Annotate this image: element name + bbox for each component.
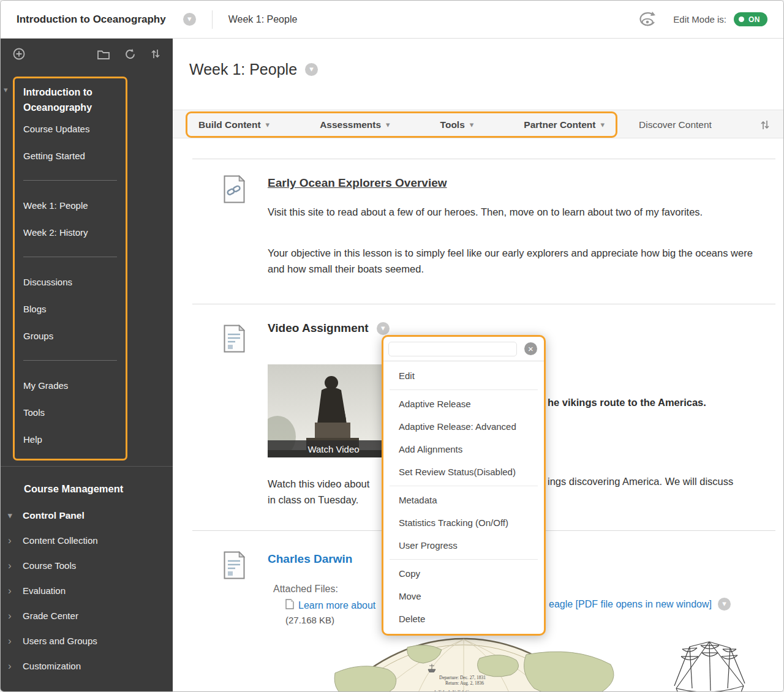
context-menu-header: × xyxy=(383,337,544,361)
breadcrumb: Week 1: People xyxy=(228,14,298,25)
menu-separator xyxy=(390,559,538,560)
caret-down-icon: ▾ xyxy=(600,120,605,129)
refresh-icon[interactable] xyxy=(124,48,136,60)
course-menu-chevron-icon[interactable]: ▾ xyxy=(183,13,196,26)
sidebar-section-divider xyxy=(1,466,173,467)
item-title[interactable]: Video Assignment xyxy=(268,322,369,335)
sidebar-toolbar xyxy=(1,39,173,60)
course-title: Introduction to Oceanography xyxy=(17,13,166,26)
page-title-chevron-icon[interactable]: ▾ xyxy=(305,63,318,76)
topbar-divider xyxy=(212,10,213,29)
content-item-early-ocean-explorers: Early Ocean Explorers Overview Visit thi… xyxy=(192,159,775,304)
caret-down-icon: ▾ xyxy=(470,120,474,129)
map-label-departure: Departure: Dec. 27, 1831 xyxy=(439,675,486,680)
edit-mode-toggle[interactable]: ON xyxy=(734,12,767,26)
action-bar: Build Content ▾ Assessments ▾ Tools ▾ Pa… xyxy=(173,110,783,138)
map-label-ocean: ATLANTIC xyxy=(432,689,470,691)
context-menu-list: Edit Adaptive Release Adaptive Release: … xyxy=(383,361,544,630)
menu-item-edit[interactable]: Edit xyxy=(383,364,544,387)
file-options-chevron-icon[interactable]: ▾ xyxy=(718,598,731,611)
sidebar-item-course-tools[interactable]: › Course Tools xyxy=(1,553,173,578)
caret-down-icon: ▾ xyxy=(266,120,270,129)
blackboard-app-window: Introduction to Oceanography ▾ Week 1: P… xyxy=(0,0,784,692)
chevron-right-icon: › xyxy=(8,585,23,596)
assessments-button[interactable]: Assessments ▾ xyxy=(320,119,390,130)
menu-item-user-progress[interactable]: User Progress xyxy=(383,534,544,557)
item-options-chevron-icon[interactable]: ▾ xyxy=(377,322,390,335)
menu-item-delete[interactable]: Delete xyxy=(383,607,544,630)
chevron-down-icon: ▾ xyxy=(8,511,23,520)
action-bar-highlight: Build Content ▾ Assessments ▾ Tools ▾ Pa… xyxy=(186,111,617,138)
sidebar-item-content-collection[interactable]: › Content Collection xyxy=(1,528,173,553)
sidebar: ▾ Introduction to Oceanography Course Up… xyxy=(1,39,173,691)
menu-item-adaptive-release[interactable]: Adaptive Release xyxy=(383,393,544,415)
sidebar-item-week-2-history[interactable]: Week 2: History xyxy=(23,219,117,246)
attached-files-label: Attached Files: xyxy=(273,584,338,595)
sidebar-item-getting-started[interactable]: Getting Started xyxy=(23,142,117,169)
item-description-fragment: ings discovering America. We will discus… xyxy=(548,476,733,487)
build-content-button[interactable]: Build Content ▾ xyxy=(198,119,270,130)
chevron-right-icon: › xyxy=(8,636,23,646)
sidebar-item-course-updates[interactable]: Course Updates xyxy=(23,115,117,142)
edit-mode-label: Edit Mode is: xyxy=(673,14,726,24)
item-context-menu: × Edit Adaptive Release Adaptive Release… xyxy=(382,335,546,636)
folder-view-icon[interactable] xyxy=(97,49,110,59)
file-icon xyxy=(285,599,294,612)
sidebar-item-tools[interactable]: Tools xyxy=(23,399,117,426)
reorder-icon[interactable] xyxy=(151,48,160,59)
sidebar-item-blogs[interactable]: Blogs xyxy=(23,295,117,322)
toggle-dot xyxy=(739,17,744,22)
item-title-link[interactable]: Early Ocean Explorers Overview xyxy=(268,176,447,190)
menu-item-metadata[interactable]: Metadata xyxy=(383,489,544,511)
menu-separator xyxy=(390,389,538,390)
menu-separator xyxy=(390,486,538,486)
map-label-return: Return: Aug. 2, 1836 xyxy=(445,680,484,686)
menu-item-move[interactable]: Move xyxy=(383,585,544,607)
sidebar-item-grade-center[interactable]: › Grade Center xyxy=(1,603,173,628)
edit-mode-value: ON xyxy=(748,15,760,24)
close-icon[interactable]: × xyxy=(524,342,537,355)
sidebar-item-customization[interactable]: › Customization xyxy=(1,653,173,679)
menu-item-add-alignments[interactable]: Add Alignments xyxy=(383,438,544,461)
sidebar-item-evaluation[interactable]: › Evaluation xyxy=(1,578,173,603)
add-menu-item-icon[interactable] xyxy=(13,48,25,60)
context-menu-title-placeholder xyxy=(388,342,517,356)
menu-item-copy[interactable]: Copy xyxy=(383,562,544,585)
menu-divider xyxy=(23,360,117,361)
student-preview-icon[interactable] xyxy=(636,11,658,28)
item-title-link[interactable]: Charles Darwin xyxy=(268,552,352,566)
menu-item-statistics-tracking[interactable]: Statistics Tracking (On/Off) xyxy=(383,511,544,534)
sidebar-item-help[interactable]: Help xyxy=(23,426,117,453)
menu-item-adaptive-release-advanced[interactable]: Adaptive Release: Advanced xyxy=(383,415,544,438)
url-item-icon xyxy=(223,175,245,206)
sidebar-item-my-grades[interactable]: My Grades xyxy=(23,372,117,399)
menu-item-set-review-status[interactable]: Set Review Status(Disabled) xyxy=(383,461,544,483)
course-menu-highlighted: Introduction to Oceanography Course Upda… xyxy=(13,77,127,461)
content-item-icon xyxy=(223,551,245,582)
attached-file-link-fragment[interactable]: eagle [PDF file opens in new window] xyxy=(549,599,712,610)
chevron-right-icon: › xyxy=(8,661,23,671)
top-bar: Introduction to Oceanography ▾ Week 1: P… xyxy=(1,1,783,39)
menu-divider xyxy=(23,257,117,257)
collapse-menu-icon[interactable]: ▾ xyxy=(4,85,8,94)
item-description-bold-fragment: he vikings route to the Americas. xyxy=(548,397,706,408)
attached-file-link[interactable]: Learn more about xyxy=(298,600,375,611)
sidebar-item-users-and-groups[interactable]: › Users and Groups xyxy=(1,628,173,653)
course-management-heading: Course Management xyxy=(24,483,173,495)
sidebar-item-course-home[interactable]: Introduction to Oceanography xyxy=(23,85,117,115)
menu-divider xyxy=(23,180,117,181)
discover-content-button[interactable]: Discover Content xyxy=(639,110,712,139)
world-map-image: Departure: Dec. 27, 1831 Return: Aug. 2,… xyxy=(282,635,645,691)
file-size: (27.168 KB) xyxy=(285,615,334,625)
sidebar-item-week-1-people[interactable]: Week 1: People xyxy=(23,192,117,219)
chevron-right-icon: › xyxy=(8,560,23,571)
chevron-right-icon: › xyxy=(8,611,23,621)
reorder-items-icon[interactable] xyxy=(760,119,770,130)
sidebar-item-groups[interactable]: Groups xyxy=(23,322,117,349)
partner-content-button[interactable]: Partner Content ▾ xyxy=(524,119,605,130)
sidebar-item-discussions[interactable]: Discussions xyxy=(23,268,117,295)
page-title: Week 1: People xyxy=(189,61,297,78)
sidebar-item-control-panel[interactable]: ▾ Control Panel xyxy=(1,503,173,528)
tools-button[interactable]: Tools ▾ xyxy=(440,119,474,130)
video-thumbnail[interactable]: Watch Video xyxy=(268,364,399,457)
